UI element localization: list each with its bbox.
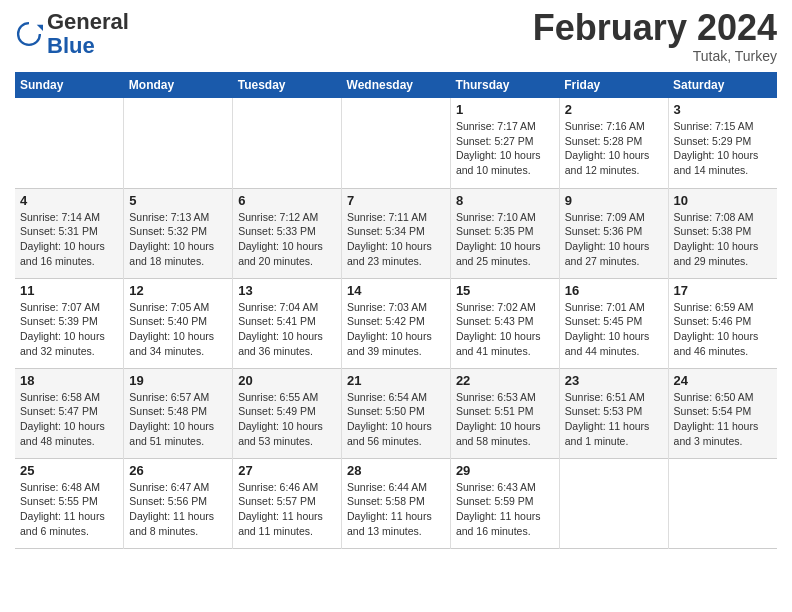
calendar-cell: 1Sunrise: 7:17 AMSunset: 5:27 PMDaylight… — [450, 98, 559, 188]
calendar-cell: 19Sunrise: 6:57 AMSunset: 5:48 PMDayligh… — [124, 368, 233, 458]
calendar-cell — [15, 98, 124, 188]
day-number: 9 — [565, 193, 663, 208]
calendar-week-4: 18Sunrise: 6:58 AMSunset: 5:47 PMDayligh… — [15, 368, 777, 458]
day-info: Sunrise: 6:58 AMSunset: 5:47 PMDaylight:… — [20, 390, 118, 449]
day-number: 14 — [347, 283, 445, 298]
day-number: 15 — [456, 283, 554, 298]
calendar-week-2: 4Sunrise: 7:14 AMSunset: 5:31 PMDaylight… — [15, 188, 777, 278]
day-info: Sunrise: 6:44 AMSunset: 5:58 PMDaylight:… — [347, 480, 445, 539]
day-info: Sunrise: 7:03 AMSunset: 5:42 PMDaylight:… — [347, 300, 445, 359]
calendar-header: Sunday Monday Tuesday Wednesday Thursday… — [15, 72, 777, 98]
day-number: 10 — [674, 193, 772, 208]
logo-icon — [15, 20, 43, 48]
day-number: 8 — [456, 193, 554, 208]
day-info: Sunrise: 7:07 AMSunset: 5:39 PMDaylight:… — [20, 300, 118, 359]
calendar-cell: 15Sunrise: 7:02 AMSunset: 5:43 PMDayligh… — [450, 278, 559, 368]
calendar-table: Sunday Monday Tuesday Wednesday Thursday… — [15, 72, 777, 549]
day-info: Sunrise: 7:15 AMSunset: 5:29 PMDaylight:… — [674, 119, 772, 178]
day-info: Sunrise: 6:59 AMSunset: 5:46 PMDaylight:… — [674, 300, 772, 359]
day-number: 21 — [347, 373, 445, 388]
calendar-cell: 17Sunrise: 6:59 AMSunset: 5:46 PMDayligh… — [668, 278, 777, 368]
calendar-week-1: 1Sunrise: 7:17 AMSunset: 5:27 PMDaylight… — [15, 98, 777, 188]
month-year-title: February 2024 — [533, 10, 777, 46]
day-number: 19 — [129, 373, 227, 388]
calendar-cell: 9Sunrise: 7:09 AMSunset: 5:36 PMDaylight… — [559, 188, 668, 278]
calendar-cell: 25Sunrise: 6:48 AMSunset: 5:55 PMDayligh… — [15, 458, 124, 548]
day-number: 18 — [20, 373, 118, 388]
day-number: 1 — [456, 102, 554, 117]
calendar-cell: 7Sunrise: 7:11 AMSunset: 5:34 PMDaylight… — [342, 188, 451, 278]
calendar-cell: 21Sunrise: 6:54 AMSunset: 5:50 PMDayligh… — [342, 368, 451, 458]
day-number: 16 — [565, 283, 663, 298]
day-info: Sunrise: 6:53 AMSunset: 5:51 PMDaylight:… — [456, 390, 554, 449]
day-info: Sunrise: 7:04 AMSunset: 5:41 PMDaylight:… — [238, 300, 336, 359]
calendar-cell: 2Sunrise: 7:16 AMSunset: 5:28 PMDaylight… — [559, 98, 668, 188]
day-number: 4 — [20, 193, 118, 208]
day-info: Sunrise: 7:13 AMSunset: 5:32 PMDaylight:… — [129, 210, 227, 269]
calendar-cell: 4Sunrise: 7:14 AMSunset: 5:31 PMDaylight… — [15, 188, 124, 278]
day-info: Sunrise: 6:55 AMSunset: 5:49 PMDaylight:… — [238, 390, 336, 449]
day-number: 22 — [456, 373, 554, 388]
logo-general-text: General — [47, 9, 129, 34]
calendar-cell: 13Sunrise: 7:04 AMSunset: 5:41 PMDayligh… — [233, 278, 342, 368]
day-info: Sunrise: 6:54 AMSunset: 5:50 PMDaylight:… — [347, 390, 445, 449]
logo-blue-text: Blue — [47, 33, 95, 58]
day-number: 17 — [674, 283, 772, 298]
day-info: Sunrise: 7:10 AMSunset: 5:35 PMDaylight:… — [456, 210, 554, 269]
logo: General Blue — [15, 10, 129, 58]
day-number: 13 — [238, 283, 336, 298]
calendar-week-3: 11Sunrise: 7:07 AMSunset: 5:39 PMDayligh… — [15, 278, 777, 368]
col-wednesday: Wednesday — [342, 72, 451, 98]
day-info: Sunrise: 6:47 AMSunset: 5:56 PMDaylight:… — [129, 480, 227, 539]
day-info: Sunrise: 7:02 AMSunset: 5:43 PMDaylight:… — [456, 300, 554, 359]
day-number: 28 — [347, 463, 445, 478]
day-info: Sunrise: 6:50 AMSunset: 5:54 PMDaylight:… — [674, 390, 772, 449]
day-number: 5 — [129, 193, 227, 208]
calendar-cell: 8Sunrise: 7:10 AMSunset: 5:35 PMDaylight… — [450, 188, 559, 278]
calendar-cell: 5Sunrise: 7:13 AMSunset: 5:32 PMDaylight… — [124, 188, 233, 278]
day-number: 3 — [674, 102, 772, 117]
day-info: Sunrise: 7:01 AMSunset: 5:45 PMDaylight:… — [565, 300, 663, 359]
calendar-cell — [233, 98, 342, 188]
location-subtitle: Tutak, Turkey — [533, 48, 777, 64]
day-number: 6 — [238, 193, 336, 208]
day-info: Sunrise: 6:48 AMSunset: 5:55 PMDaylight:… — [20, 480, 118, 539]
calendar-cell: 14Sunrise: 7:03 AMSunset: 5:42 PMDayligh… — [342, 278, 451, 368]
day-number: 7 — [347, 193, 445, 208]
calendar-cell: 26Sunrise: 6:47 AMSunset: 5:56 PMDayligh… — [124, 458, 233, 548]
day-info: Sunrise: 7:08 AMSunset: 5:38 PMDaylight:… — [674, 210, 772, 269]
title-area: February 2024 Tutak, Turkey — [533, 10, 777, 64]
calendar-cell — [342, 98, 451, 188]
col-thursday: Thursday — [450, 72, 559, 98]
day-info: Sunrise: 7:17 AMSunset: 5:27 PMDaylight:… — [456, 119, 554, 178]
page-header: General Blue February 2024 Tutak, Turkey — [15, 10, 777, 64]
calendar-cell: 18Sunrise: 6:58 AMSunset: 5:47 PMDayligh… — [15, 368, 124, 458]
day-info: Sunrise: 7:11 AMSunset: 5:34 PMDaylight:… — [347, 210, 445, 269]
calendar-cell — [559, 458, 668, 548]
day-info: Sunrise: 6:43 AMSunset: 5:59 PMDaylight:… — [456, 480, 554, 539]
day-number: 27 — [238, 463, 336, 478]
calendar-cell: 28Sunrise: 6:44 AMSunset: 5:58 PMDayligh… — [342, 458, 451, 548]
day-number: 24 — [674, 373, 772, 388]
day-info: Sunrise: 6:46 AMSunset: 5:57 PMDaylight:… — [238, 480, 336, 539]
calendar-cell: 27Sunrise: 6:46 AMSunset: 5:57 PMDayligh… — [233, 458, 342, 548]
calendar-cell — [124, 98, 233, 188]
calendar-week-5: 25Sunrise: 6:48 AMSunset: 5:55 PMDayligh… — [15, 458, 777, 548]
col-saturday: Saturday — [668, 72, 777, 98]
day-info: Sunrise: 6:51 AMSunset: 5:53 PMDaylight:… — [565, 390, 663, 449]
day-info: Sunrise: 7:12 AMSunset: 5:33 PMDaylight:… — [238, 210, 336, 269]
day-info: Sunrise: 7:14 AMSunset: 5:31 PMDaylight:… — [20, 210, 118, 269]
day-number: 26 — [129, 463, 227, 478]
calendar-cell: 22Sunrise: 6:53 AMSunset: 5:51 PMDayligh… — [450, 368, 559, 458]
calendar-cell: 16Sunrise: 7:01 AMSunset: 5:45 PMDayligh… — [559, 278, 668, 368]
day-number: 29 — [456, 463, 554, 478]
calendar-cell — [668, 458, 777, 548]
day-info: Sunrise: 7:16 AMSunset: 5:28 PMDaylight:… — [565, 119, 663, 178]
col-sunday: Sunday — [15, 72, 124, 98]
day-number: 23 — [565, 373, 663, 388]
day-info: Sunrise: 7:05 AMSunset: 5:40 PMDaylight:… — [129, 300, 227, 359]
calendar-cell: 11Sunrise: 7:07 AMSunset: 5:39 PMDayligh… — [15, 278, 124, 368]
day-number: 11 — [20, 283, 118, 298]
calendar-cell: 6Sunrise: 7:12 AMSunset: 5:33 PMDaylight… — [233, 188, 342, 278]
svg-marker-0 — [37, 25, 43, 31]
